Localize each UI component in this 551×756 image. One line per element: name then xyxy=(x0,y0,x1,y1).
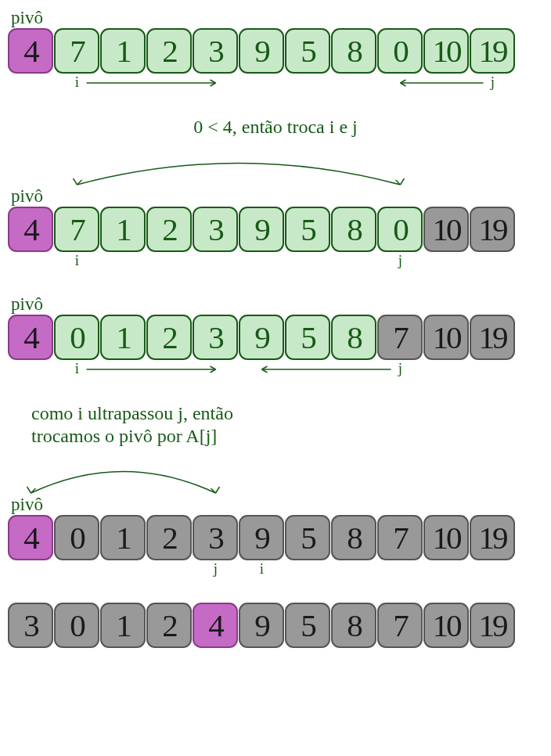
array-cell: 5 xyxy=(285,315,330,360)
array-cell: 5 xyxy=(285,28,330,74)
svg-line-16 xyxy=(27,487,31,493)
array-cell: 4 xyxy=(8,207,53,252)
pointer-arrows xyxy=(8,75,524,92)
swap-curve xyxy=(8,142,543,186)
svg-line-19 xyxy=(216,487,220,493)
array-cell: 9 xyxy=(239,315,284,360)
array-cell: 10 xyxy=(423,515,469,560)
diagram-container: pivô4712395801019ij 0 < 4, então troca i… xyxy=(8,8,543,648)
array-cell: 19 xyxy=(470,28,515,74)
step-s5: 3012495871019 xyxy=(8,603,543,648)
array-cell: 3 xyxy=(193,207,238,252)
step-caption: 0 < 4, então troca i e j xyxy=(8,116,543,139)
array-row: 4712395801019 xyxy=(8,28,543,74)
array-cell: 8 xyxy=(331,28,376,74)
array-cell: 2 xyxy=(146,207,192,252)
array-cell: 2 xyxy=(146,315,192,360)
array-cell: 8 xyxy=(331,207,376,252)
array-cell: 0 xyxy=(54,515,99,560)
pointer-i: i xyxy=(260,560,264,578)
array-cell: 4 xyxy=(8,515,53,560)
step-caption: como i ultrapassou j, entãotrocamos o pi… xyxy=(31,402,543,448)
pointer-row: ij xyxy=(8,252,543,272)
array-cell: 3 xyxy=(8,603,53,648)
pivot-label: pivô xyxy=(11,186,543,207)
array-cell: 9 xyxy=(239,207,284,252)
pointer-row: ij xyxy=(8,360,543,380)
array-cell: 7 xyxy=(54,207,99,252)
step-s1: pivô4712395801019ij xyxy=(8,8,543,94)
pivot-label: pivô xyxy=(11,8,543,28)
array-cell: 4 xyxy=(193,603,238,648)
array-cell: 1 xyxy=(100,603,146,648)
array-cell: 1 xyxy=(100,515,146,560)
array-cell: 5 xyxy=(285,207,330,252)
array-cell: 3 xyxy=(193,515,238,560)
array-cell: 10 xyxy=(423,207,469,252)
array-cell: 10 xyxy=(423,28,469,74)
array-cell: 4 xyxy=(8,28,53,74)
pivot-label: pivô xyxy=(11,495,543,515)
array-row: 4012395871019 xyxy=(8,315,543,360)
step-s3: pivô4012395871019ij xyxy=(8,294,543,380)
array-cell: 19 xyxy=(470,315,515,360)
array-cell: 19 xyxy=(470,207,515,252)
pointer-i: i xyxy=(75,252,79,269)
array-row: 4012395871019 xyxy=(8,515,543,560)
array-cell: 19 xyxy=(470,515,515,560)
array-cell: 0 xyxy=(377,207,423,252)
array-cell: 7 xyxy=(54,28,99,74)
pointer-row: ij xyxy=(8,74,543,94)
array-cell: 1 xyxy=(100,315,146,360)
array-cell: 9 xyxy=(239,28,284,74)
array-cell: 9 xyxy=(239,515,284,560)
array-cell: 4 xyxy=(8,315,53,360)
array-cell: 0 xyxy=(54,603,99,648)
step-s4: como i ultrapassou j, entãotrocamos o pi… xyxy=(8,402,543,581)
array-cell: 8 xyxy=(331,315,376,360)
step-s2: 0 < 4, então troca i e j pivô47123958010… xyxy=(8,116,543,272)
array-row: 3012495871019 xyxy=(8,603,543,648)
array-cell: 7 xyxy=(377,315,423,360)
array-cell: 7 xyxy=(377,515,423,560)
swap-curve xyxy=(8,450,543,495)
array-cell: 2 xyxy=(146,515,192,560)
array-cell: 5 xyxy=(285,603,330,648)
pivot-label: pivô xyxy=(11,294,543,315)
array-cell: 1 xyxy=(100,207,146,252)
array-cell: 8 xyxy=(331,603,376,648)
array-cell: 9 xyxy=(239,603,284,648)
svg-line-9 xyxy=(401,178,405,185)
array-cell: 2 xyxy=(146,28,192,74)
array-cell: 10 xyxy=(423,603,469,648)
array-cell: 5 xyxy=(285,515,330,560)
pointer-j: j xyxy=(214,560,218,578)
array-cell: 2 xyxy=(146,603,192,648)
array-cell: 0 xyxy=(377,28,423,74)
array-cell: 19 xyxy=(470,603,515,648)
svg-line-6 xyxy=(74,178,77,185)
array-cell: 3 xyxy=(193,315,238,360)
pointer-row: ji xyxy=(8,560,543,581)
array-cell: 3 xyxy=(193,28,238,74)
pointer-arrows xyxy=(8,362,524,379)
array-row: 4712395801019 xyxy=(8,207,543,252)
array-cell: 0 xyxy=(54,315,99,360)
array-cell: 7 xyxy=(377,603,423,648)
array-cell: 10 xyxy=(423,315,469,360)
array-cell: 8 xyxy=(331,515,376,560)
array-cell: 1 xyxy=(100,28,146,74)
pointer-j: j xyxy=(398,252,402,269)
